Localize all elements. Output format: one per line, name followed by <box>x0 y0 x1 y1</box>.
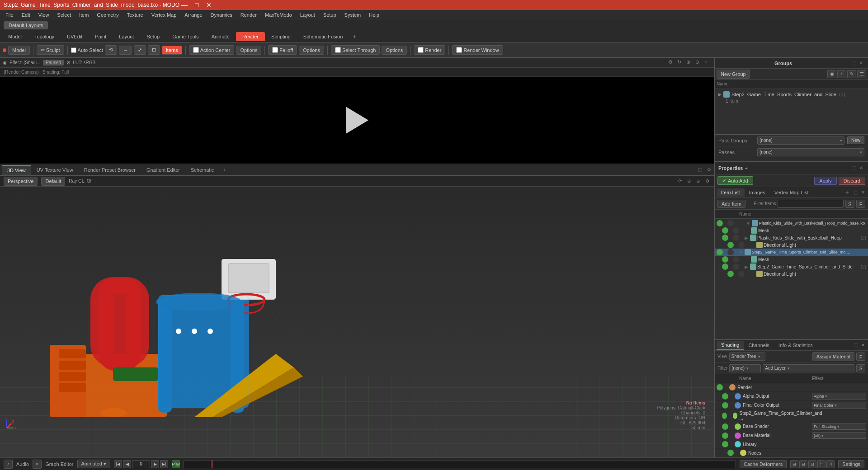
transport-skip-end[interactable]: ▶| <box>160 460 168 468</box>
menu-arrange[interactable]: Arrange <box>181 11 206 19</box>
transform-btn2[interactable]: ↔ <box>119 46 132 55</box>
shading-vis-step2[interactable] <box>722 413 727 419</box>
falloff-check[interactable] <box>272 47 278 53</box>
options-btn1[interactable]: Options <box>236 46 261 55</box>
select-through-btn[interactable]: Select Through <box>331 45 380 55</box>
menu-dynamics[interactable]: Dynamics <box>207 11 236 19</box>
shading-view-dropdown[interactable]: Shader Tree ▾ <box>729 352 765 361</box>
tab-images[interactable]: Images <box>745 188 770 197</box>
passes-dropdown[interactable]: (none) ▾ <box>757 148 864 156</box>
shading-row-base-shader[interactable]: Base Shader Full Shading ▾ <box>715 422 868 431</box>
shading-vis-nodes[interactable] <box>727 450 734 456</box>
shading-f-btn[interactable]: F <box>856 352 865 361</box>
groups-close-btn[interactable]: ✕ <box>858 60 864 66</box>
item-expand-4[interactable]: ▼ <box>738 250 744 255</box>
transport-next[interactable]: ▶ <box>151 460 159 468</box>
play-button[interactable] <box>346 107 368 134</box>
render-rotate-icon[interactable]: ↻ <box>677 59 684 66</box>
tab-topology[interactable]: Topology <box>28 32 61 41</box>
shading-row-base-material[interactable]: Base Material (all) ▾ <box>715 431 868 440</box>
tab-game-tools[interactable]: Game Tools <box>166 32 205 41</box>
tab-animate[interactable]: Animate <box>205 32 236 41</box>
sculpt-btn[interactable]: ✏ Sculpt <box>37 45 64 55</box>
cache-deformers-btn[interactable]: Cache Deformers <box>740 460 787 468</box>
menu-layout[interactable]: Layout <box>297 11 319 19</box>
render-zoom-icon[interactable]: ⊕ <box>686 59 693 66</box>
settings-btn[interactable]: Settings <box>838 460 864 468</box>
sub-tab-gradient[interactable]: Gradient Editor <box>141 165 185 174</box>
item-vis-3[interactable] <box>727 242 734 248</box>
icon-btn-3[interactable]: ⊡ <box>808 460 816 468</box>
transport-skip-start[interactable]: |◀ <box>114 460 122 468</box>
shading-row-step2[interactable]: Step2_Game_Time_Sports_Climber_and ... <box>715 410 868 422</box>
options-btn3[interactable]: Options <box>382 46 407 55</box>
filter-input[interactable] <box>778 200 844 208</box>
shading-effect-final-dropdown[interactable]: Final Color ▾ <box>812 402 866 409</box>
new-group-btn[interactable]: New Group <box>717 70 750 79</box>
group-expand[interactable]: ▶ <box>718 92 722 97</box>
animated-btn[interactable]: Animated ▾ <box>77 460 111 468</box>
shading-row-library[interactable]: Library <box>715 440 868 449</box>
graph-editor-icon[interactable]: ⌗ <box>33 460 42 469</box>
render-window-btn[interactable]: Render Window <box>452 45 503 55</box>
discard-btn[interactable]: Discard <box>839 177 865 185</box>
sub-tab-schematic[interactable]: Schematic <box>185 165 219 174</box>
group-item-main[interactable]: ▶ Step2_Game_Time_Sports_Climber_and_Sli… <box>717 90 866 99</box>
groups-expand-btn[interactable]: ⬚ <box>851 60 857 66</box>
item-vis-1[interactable] <box>722 227 728 234</box>
pass-groups-dropdown[interactable]: (none) ▾ <box>757 136 844 145</box>
icon-btn-5[interactable]: ⊣ <box>826 460 835 468</box>
auto-select-checkbox[interactable]: Auto Select <box>71 47 103 53</box>
item-vis2-4[interactable] <box>727 249 734 255</box>
groups-icon-btn3[interactable]: ✎ <box>847 70 856 78</box>
render-btn[interactable]: Render <box>414 45 445 55</box>
3d-viewport[interactable]: Perspective Default Ray GL: Off ⟳ ⊕ ⊕ ⚙ <box>0 176 714 457</box>
properties-add-btn[interactable]: + <box>745 165 747 171</box>
render-check[interactable] <box>418 47 424 53</box>
item-vis-6[interactable] <box>722 263 728 270</box>
main-tabs-plus[interactable]: + <box>349 31 360 42</box>
shading-vis-base-material[interactable] <box>722 432 728 439</box>
item-row-6[interactable]: ▶ Step2_Game_Time_Sports_Climber_and_Sli… <box>715 263 868 270</box>
options-btn2[interactable]: Options <box>299 46 324 55</box>
item-vis2-7[interactable] <box>738 271 745 277</box>
render-zoom2-icon[interactable]: ⊖ <box>695 59 703 66</box>
tab-scripting[interactable]: Scripting <box>265 32 297 41</box>
close-btn[interactable]: ✕ <box>204 1 213 9</box>
menu-maxtomod[interactable]: MaxToModo <box>261 11 296 19</box>
apply-btn[interactable]: Apply <box>814 177 837 185</box>
item-row-5[interactable]: Mesh <box>715 256 868 263</box>
tab-vertex-map[interactable]: Vertex Map List <box>770 188 813 197</box>
shading-effect-base-shader-dropdown[interactable]: Full Shading ▾ <box>812 423 866 430</box>
shading-vis-library[interactable] <box>722 441 728 447</box>
menu-setup[interactable]: Setup <box>320 11 340 19</box>
properties-expand-btn[interactable]: ⬚ <box>851 165 857 171</box>
menu-view[interactable]: View <box>35 11 53 19</box>
render-panel-content[interactable] <box>0 77 714 164</box>
play-btn[interactable]: Play <box>172 460 180 468</box>
tab-schematic[interactable]: Schematic Fusion <box>297 32 349 41</box>
item-vis-0[interactable] <box>717 220 723 226</box>
render-window-check[interactable] <box>456 47 462 53</box>
item-vis-4[interactable] <box>717 249 723 255</box>
item-row-4[interactable]: ▼ Step2_Game_Time_Sports_Climber_and_Sli… <box>715 249 868 256</box>
tab-uvedit[interactable]: UVEdit <box>61 32 89 41</box>
menu-texture[interactable]: Texture <box>123 11 147 19</box>
icon-btn-1[interactable]: ⊞ <box>790 460 798 468</box>
action-center-btn[interactable]: Action Center <box>189 45 235 55</box>
sub-tab-uv[interactable]: UV Texture View <box>31 165 79 174</box>
menu-file[interactable]: File <box>2 11 17 19</box>
icon-btn-2[interactable]: ⊟ <box>799 460 807 468</box>
menu-select[interactable]: Select <box>53 11 75 19</box>
perspective-btn[interactable]: Perspective <box>4 177 38 186</box>
shading-tab-shading[interactable]: Shading <box>717 341 744 350</box>
transform-btn4[interactable]: ⊞ <box>148 45 160 55</box>
item-row-3[interactable]: Directional Light <box>715 241 868 249</box>
vp-gear-icon[interactable]: ⚙ <box>705 166 712 174</box>
item-vis2-3[interactable] <box>738 242 745 248</box>
sub-tab-render-preset[interactable]: Render Preset Browser <box>79 165 141 174</box>
falloff-btn[interactable]: Falloff <box>268 45 297 55</box>
shading-row-final-color[interactable]: Final Color Output Final Color ▾ <box>715 401 868 410</box>
vp-orbit-icon[interactable]: ⟳ <box>676 178 684 185</box>
render-more-icon[interactable]: ≡ <box>704 59 712 66</box>
